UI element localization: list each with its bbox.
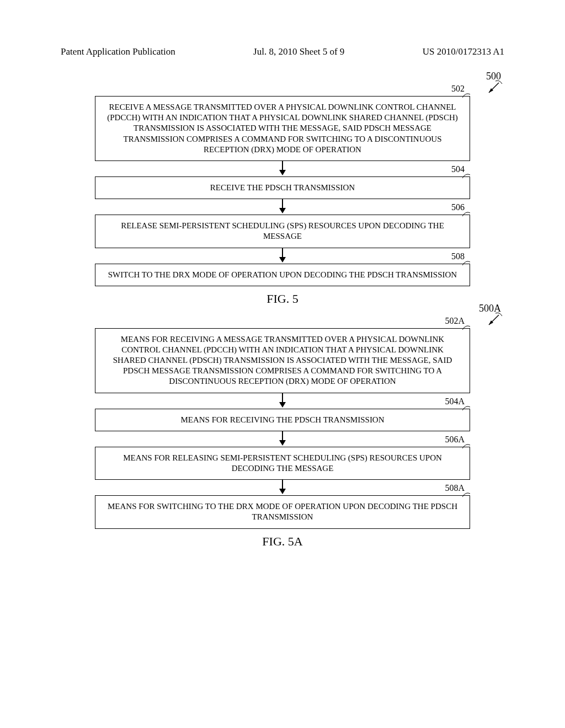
step-506-wrapper: 506 RELEASE SEMI-PERSISTENT SCHEDULING (… (95, 215, 470, 248)
step-504a-ref: 504A (445, 397, 465, 406)
step-506a-box: MEANS FOR RELEASING SEMI-PERSISTENT SCHE… (95, 447, 470, 480)
step-504-ref: 504 (451, 164, 465, 174)
fig5-caption: FIG. 5 (61, 292, 504, 306)
step-502a-text: MEANS FOR RECEIVING A MESSAGE TRANSMITTE… (105, 334, 460, 387)
step-508a-wrapper: 508A MEANS FOR SWITCHING TO THE DRX MODE… (95, 495, 470, 528)
step-504a-text: MEANS FOR RECEIVING THE PDSCH TRANSMISSI… (180, 415, 384, 424)
flowchart-fig5a: 500A 502A MEANS FOR RECEIVING A MESSAGE … (95, 328, 470, 529)
step-502-box: RECEIVE A MESSAGE TRANSMITTED OVER A PHY… (95, 96, 470, 161)
step-506a-text: MEANS FOR RELEASING SEMI-PERSISTENT SCHE… (123, 453, 442, 473)
step-502-wrapper: 502 RECEIVE A MESSAGE TRANSMITTED OVER A… (95, 96, 470, 161)
header-publication: Patent Application Publication (61, 46, 175, 57)
step-506-text: RELEASE SEMI-PERSISTENT SCHEDULING (SPS)… (121, 221, 444, 240)
header-date-sheet: Jul. 8, 2010 Sheet 5 of 9 (253, 46, 344, 57)
step-502a-ref: 502A (445, 316, 465, 326)
step-504-text: RECEIVE THE PDSCH TRANSMISSION (210, 183, 355, 192)
fig5a-caption: FIG. 5A (61, 534, 504, 549)
patent-page: Patent Application Publication Jul. 8, 2… (0, 0, 565, 728)
step-508-text: SWITCH TO THE DRX MODE OF OPERATION UPON… (108, 270, 457, 279)
step-504a-box: MEANS FOR RECEIVING THE PDSCH TRANSMISSI… (95, 409, 470, 431)
step-502a-wrapper: 502A MEANS FOR RECEIVING A MESSAGE TRANS… (95, 328, 470, 393)
step-506a-wrapper: 506A MEANS FOR RELEASING SEMI-PERSISTENT… (95, 447, 470, 480)
step-506-box: RELEASE SEMI-PERSISTENT SCHEDULING (SPS)… (95, 215, 470, 248)
step-506-ref: 506 (451, 202, 465, 212)
step-508-ref: 508 (451, 251, 465, 261)
leader-arrow-icon (481, 312, 503, 334)
step-504a-wrapper: 504A MEANS FOR RECEIVING THE PDSCH TRANS… (95, 409, 470, 431)
leader-arrow-icon (481, 79, 503, 101)
header-patent-number: US 2010/0172313 A1 (423, 46, 504, 57)
step-502a-box: MEANS FOR RECEIVING A MESSAGE TRANSMITTE… (95, 328, 470, 393)
step-508a-text: MEANS FOR SWITCHING TO THE DRX MODE OF O… (108, 502, 457, 521)
step-508a-ref: 508A (445, 483, 465, 493)
step-502-text: RECEIVE A MESSAGE TRANSMITTED OVER A PHY… (105, 102, 460, 155)
step-508-wrapper: 508 SWITCH TO THE DRX MODE OF OPERATION … (95, 264, 470, 286)
flowchart-fig5: 500 502 RECEIVE A MESSAGE TRANSMITTED OV… (95, 96, 470, 286)
step-504-box: RECEIVE THE PDSCH TRANSMISSION (95, 176, 470, 199)
step-506a-ref: 506A (445, 435, 465, 445)
step-504-wrapper: 504 RECEIVE THE PDSCH TRANSMISSION (95, 176, 470, 199)
step-508a-box: MEANS FOR SWITCHING TO THE DRX MODE OF O… (95, 495, 470, 528)
step-502-ref: 502 (451, 84, 465, 94)
step-508-box: SWITCH TO THE DRX MODE OF OPERATION UPON… (95, 264, 470, 286)
page-header: Patent Application Publication Jul. 8, 2… (61, 46, 504, 57)
